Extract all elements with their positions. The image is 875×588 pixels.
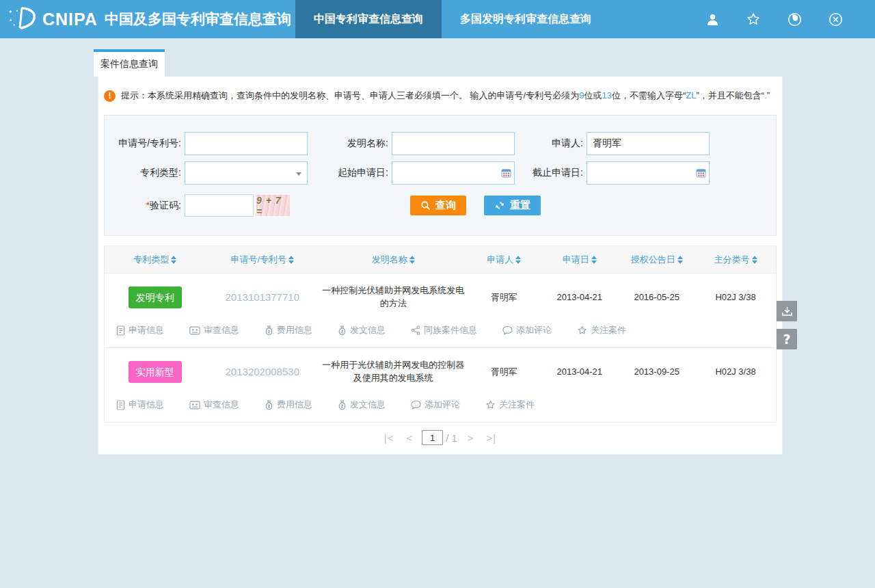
app-header: CNIPA 中国及多国专利审查信息查询 中国专利审查信息查询 多国发明专利审查信…	[0, 0, 875, 38]
sort-icon[interactable]	[409, 256, 415, 264]
sort-icon[interactable]	[591, 256, 597, 264]
col-invention-name[interactable]: 发明名称	[319, 254, 467, 266]
follow-case-link[interactable]: 关注案件	[485, 399, 535, 411]
main-class: H02J 3/38	[695, 291, 776, 304]
applicant-label: 申请人:	[515, 137, 587, 150]
brand: CNIPA 中国及多国专利审查信息查询	[0, 0, 291, 38]
col-filing-date[interactable]: 申请日	[541, 254, 618, 266]
search-form: 申请号/专利号: 发明名称: 申请人: 专利类型: 起始申请日:	[104, 115, 777, 236]
dispatch-icon	[338, 400, 347, 410]
form-row-3: *验证码: 9 + 7 = 查询 重置	[105, 194, 776, 217]
follow-case-link[interactable]: 关注案件	[577, 324, 626, 336]
application-info-link[interactable]: 申请信息	[116, 324, 164, 336]
application-number-input[interactable]	[185, 132, 308, 155]
invention-title: 一种用于光伏辅助并网发电的控制器及使用其的发电系统	[319, 359, 467, 385]
patent-type-badge: 实用新型	[129, 361, 182, 383]
calendar-icon[interactable]	[501, 168, 511, 178]
application-number-label: 申请号/专利号:	[105, 137, 185, 150]
results-table: 专利类型 申请号/专利号 发明名称 申请人 申请日 授权公告日 主分类号 发明专…	[104, 245, 777, 423]
applicant-name: 胥明军	[467, 291, 541, 304]
col-application-number[interactable]: 申请号/专利号	[205, 254, 319, 266]
col-grant-date[interactable]: 授权公告日	[618, 254, 695, 266]
applicant-input[interactable]	[587, 132, 710, 155]
last-page-button[interactable]: >|	[481, 432, 503, 444]
filing-date: 2013-04-21	[541, 291, 618, 304]
comment-icon	[502, 325, 513, 335]
nav-tab-multi[interactable]: 多国发明专利审查信息查询	[442, 0, 610, 38]
header-icons	[692, 0, 875, 38]
reset-button[interactable]: 重置	[484, 196, 541, 215]
examination-info-link[interactable]: 审查信息	[189, 324, 239, 336]
sort-icon[interactable]	[677, 256, 683, 264]
globe-icon[interactable]	[774, 12, 815, 27]
nav-tab-china[interactable]: 中国专利审查信息查询	[295, 0, 442, 38]
form-row-2: 专利类型: 起始申请日: 截止申请日:	[105, 161, 776, 185]
download-button[interactable]	[777, 301, 797, 321]
col-patent-type[interactable]: 专利类型	[105, 254, 205, 266]
patent-number-link[interactable]: 2013202008530	[226, 364, 299, 379]
dispatch-info-link[interactable]: 发文信息	[338, 399, 386, 411]
star-icon	[577, 325, 587, 335]
cnipa-logo-icon	[8, 4, 37, 34]
current-page-input[interactable]: 1	[422, 430, 443, 445]
application-info-link[interactable]: 申请信息	[116, 399, 164, 411]
row-actions: 申请信息 审查信息 费用信息 发文信息 添加评论 关注案件	[105, 396, 776, 422]
family-icon	[411, 325, 420, 335]
add-comment-link[interactable]: 添加评论	[502, 324, 552, 336]
document-icon	[116, 400, 125, 410]
table-header: 专利类型 申请号/专利号 发明名称 申请人 申请日 授权公告日 主分类号	[105, 246, 776, 273]
fee-info-link[interactable]: 费用信息	[265, 324, 312, 336]
notice-text: 提示：本系统采用精确查询，查询条件中的发明名称、申请号、申请人三者必须填一个。 …	[121, 90, 770, 102]
captcha-input[interactable]	[185, 194, 254, 217]
next-page-button[interactable]: >	[461, 432, 481, 444]
user-icon[interactable]	[692, 13, 733, 26]
patent-type-select[interactable]	[185, 161, 308, 185]
chevron-down-icon	[296, 172, 301, 176]
family-cases-link[interactable]: 同族案件信息	[411, 324, 477, 336]
main-class: H02J 3/38	[695, 366, 776, 379]
patent-type-badge: 发明专利	[129, 286, 182, 308]
close-icon[interactable]	[815, 12, 856, 27]
dispatch-info-link[interactable]: 发文信息	[338, 324, 386, 336]
alert-icon: !	[104, 90, 116, 102]
header-nav: 中国专利审查信息查询 多国发明专利审查信息查询	[295, 0, 610, 38]
tab-case-info-query[interactable]: 案件信息查询	[94, 49, 165, 77]
start-date-label: 起始申请日:	[308, 167, 392, 179]
sort-icon[interactable]	[171, 256, 176, 264]
sort-icon[interactable]	[752, 256, 757, 264]
patent-type-label: 专利类型:	[105, 167, 185, 179]
sort-icon[interactable]	[515, 256, 521, 264]
fee-icon	[265, 325, 273, 336]
comment-icon	[411, 400, 421, 410]
dispatch-icon	[338, 325, 347, 336]
review-icon	[189, 401, 200, 410]
col-applicant[interactable]: 申请人	[467, 254, 541, 266]
patent-number-link[interactable]: 2013101377710	[226, 290, 299, 305]
filing-date: 2013-04-21	[541, 366, 618, 379]
invention-name-label: 发明名称:	[308, 137, 392, 150]
add-comment-link[interactable]: 添加评论	[411, 399, 460, 411]
first-page-button[interactable]: |<	[378, 432, 401, 444]
fee-info-link[interactable]: 费用信息	[265, 399, 312, 411]
prev-page-button[interactable]: <	[400, 432, 419, 444]
form-row-1: 申请号/专利号: 发明名称: 申请人:	[105, 132, 776, 155]
search-button[interactable]: 查询	[410, 196, 466, 215]
review-icon	[189, 326, 200, 335]
sort-icon[interactable]	[288, 256, 294, 264]
main-panel: ! 提示：本系统采用精确查询，查询条件中的发明名称、申请号、申请人三者必须填一个…	[98, 77, 783, 455]
end-date-input[interactable]	[587, 161, 710, 185]
captcha-image[interactable]: 9 + 7 =	[256, 195, 290, 216]
captcha-label: *验证码:	[105, 200, 185, 212]
col-main-class[interactable]: 主分类号	[695, 254, 776, 266]
start-date-input[interactable]	[392, 161, 515, 185]
star-icon[interactable]	[733, 12, 774, 26]
invention-name-input[interactable]	[392, 132, 515, 155]
question-mark-icon: ?	[783, 332, 790, 347]
pagination: |< < 1 / 1 > >|	[98, 423, 782, 453]
grant-date: 2016-05-25	[618, 291, 695, 304]
help-button[interactable]: ?	[777, 329, 797, 349]
examination-info-link[interactable]: 审查信息	[189, 399, 239, 411]
page-total: / 1	[446, 432, 461, 444]
calendar-icon[interactable]	[696, 168, 706, 178]
notice-bar: ! 提示：本系统采用精确查询，查询条件中的发明名称、申请号、申请人三者必须填一个…	[98, 77, 782, 112]
